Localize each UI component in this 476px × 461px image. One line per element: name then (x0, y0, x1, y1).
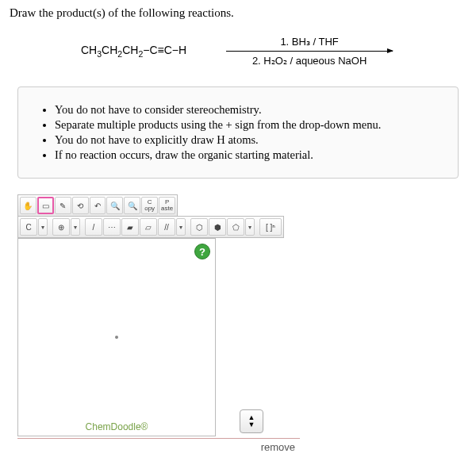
reagent-line-1: 1. BH₃ / THF (280, 36, 338, 48)
question-prompt: Draw the product(s) of the following rea… (10, 6, 466, 20)
drawing-canvas[interactable]: ? ChemDoodle® (17, 238, 216, 436)
benzene-ring-icon[interactable]: ⬡ (190, 218, 208, 236)
hash-bond-icon[interactable]: ▱ (140, 218, 157, 236)
reagent-line-2: 2. H₂O₂ / aqueous NaOH (252, 55, 367, 67)
remove-link[interactable]: remove (261, 441, 295, 453)
element-dropdown-icon[interactable]: ▾ (38, 218, 48, 236)
instruction-item: You do not have to consider stereochemis… (55, 103, 439, 117)
pencil-icon[interactable]: ✎ (55, 197, 71, 214)
bracket-button[interactable]: [ ]ⁿ (259, 218, 282, 236)
arrow-icon (226, 51, 393, 52)
zoom-out-icon[interactable]: 🔍 (124, 197, 140, 214)
toolbar-bottom: C ▾ ⊕ ▾ / ⋯ ▰ ▱ // ▾ ⬡ ⬢ ⬠ ▾ [ ]ⁿ (17, 216, 284, 238)
undo-icon[interactable]: ↶ (90, 197, 106, 214)
lasso-icon[interactable]: ⟲ (72, 197, 89, 214)
toolbar-top: ✋ ▭ ✎ ⟲ ↶ 🔍 🔍 C opy P aste (17, 194, 178, 216)
instruction-item: If no reaction occurs, draw the organic … (55, 148, 439, 162)
paste-button[interactable]: P aste (159, 197, 175, 214)
starting-material: CH3CH2CH2−C≡C−H (81, 44, 186, 59)
instruction-item: You do not have to explicitly draw H ato… (55, 133, 439, 147)
chemdoodle-brand: ChemDoodle® (18, 421, 215, 432)
help-icon[interactable]: ? (194, 244, 210, 259)
canvas-center-dot (115, 336, 118, 339)
structure-editor: ✋ ▭ ✎ ⟲ ↶ 🔍 🔍 C opy P aste C ▾ ⊕ ▾ / ⋯ ▰… (17, 194, 466, 453)
instructions-list: You do not have to consider stereochemis… (37, 103, 439, 162)
double-bond-icon[interactable]: // (158, 218, 175, 236)
zoom-in-icon[interactable]: 🔍 (106, 197, 123, 214)
dashed-bond-icon[interactable]: ⋯ (103, 218, 121, 236)
cyclohexane-ring-icon[interactable]: ⬢ (209, 218, 226, 236)
chevron-down-icon: ▼ (248, 421, 255, 428)
charge-dropdown-icon[interactable]: ▾ (71, 218, 80, 236)
product-stepper[interactable]: ▲ ▼ (240, 409, 263, 433)
reaction-scheme: CH3CH2CH2−C≡C−H 1. BH₃ / THF 2. H₂O₂ / a… (81, 36, 466, 67)
instructions-box: You do not have to consider stereochemis… (17, 86, 459, 179)
wedge-bond-icon[interactable]: ▰ (121, 218, 139, 236)
reaction-arrow: 1. BH₃ / THF 2. H₂O₂ / aqueous NaOH (226, 36, 393, 67)
stepper-column: ▲ ▼ (240, 409, 263, 436)
element-button[interactable]: C (20, 218, 37, 236)
bond-dropdown-icon[interactable]: ▾ (176, 218, 186, 236)
charge-plus-icon[interactable]: ⊕ (52, 218, 70, 236)
hand-tool-icon[interactable]: ✋ (20, 197, 36, 214)
ring-dropdown-icon[interactable]: ▾ (245, 218, 255, 236)
instruction-item: Separate multiple products using the + s… (55, 118, 439, 132)
single-bond-icon[interactable]: / (85, 218, 102, 236)
rectangle-select-icon[interactable]: ▭ (37, 197, 54, 214)
remove-bar: remove (17, 438, 300, 453)
copy-button[interactable]: C opy (141, 197, 158, 214)
cyclopentane-ring-icon[interactable]: ⬠ (227, 218, 244, 236)
